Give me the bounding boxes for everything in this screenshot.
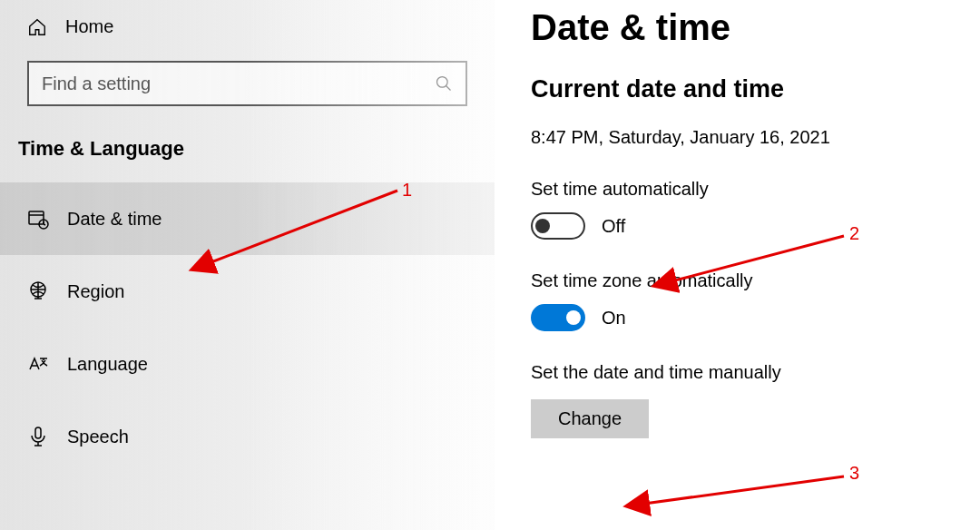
section-title: Current date and time [531,75,980,103]
sidebar-item-label: Language [67,354,148,375]
microphone-icon [27,426,49,447]
current-datetime: 8:47 PM, Saturday, January 16, 2021 [531,127,980,148]
calendar-clock-icon [27,208,49,230]
main-panel: Date & time Current date and time 8:47 P… [531,0,980,530]
auto-time-toggle[interactable] [531,212,585,240]
page-title: Date & time [531,7,980,48]
globe-icon [27,280,49,302]
manual-label: Set the date and time manually [531,362,980,383]
sidebar-item-label: Region [67,281,124,302]
svg-rect-8 [35,427,41,438]
auto-tz-toggle[interactable] [531,304,585,331]
language-icon [27,353,49,375]
auto-tz-state: On [602,308,626,329]
change-button[interactable]: Change [531,399,649,438]
svg-line-6 [44,224,45,225]
sidebar-item-label: Speech [67,427,129,447]
auto-tz-label: Set time zone automatically [531,270,980,291]
home-icon [27,17,47,37]
auto-tz-row: On [531,304,980,331]
sidebar: Home Time & Language Date & time [0,0,495,530]
sidebar-item-label: Date & time [67,209,162,230]
svg-rect-2 [29,211,44,224]
auto-time-row: Off [531,212,980,240]
auto-time-state: Off [602,216,625,237]
auto-time-label: Set time automatically [531,179,980,200]
sidebar-blur [240,0,495,530]
home-label: Home [65,16,113,37]
